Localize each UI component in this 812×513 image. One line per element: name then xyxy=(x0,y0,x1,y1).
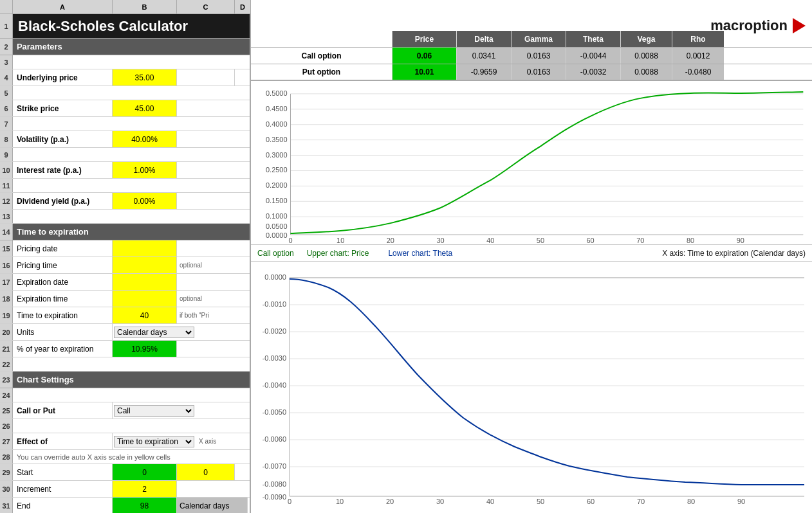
put-rho-value: -0.0480 xyxy=(672,64,724,80)
strike-price-value[interactable]: 45.00 xyxy=(113,100,177,116)
lower-chart: 0.0000 -0.0010 -0.0020 -0.0030 -0.0040 -… xyxy=(251,262,812,512)
end-units: Calendar days xyxy=(177,498,248,513)
svg-text:-0.0080: -0.0080 xyxy=(263,480,286,488)
put-vega-value: 0.0088 xyxy=(621,64,672,80)
svg-text:0.2500: 0.2500 xyxy=(266,166,287,174)
units-dropdown[interactable]: Calendar days Trading days Years xyxy=(113,324,196,340)
pricing-time-optional: optional xyxy=(177,257,219,273)
volatility-label: Volatility (p.a.) xyxy=(13,131,113,147)
row-26-num: 26 xyxy=(0,419,13,433)
start-label: Start xyxy=(13,464,113,480)
svg-text:80: 80 xyxy=(687,237,694,244)
expiration-date-value[interactable] xyxy=(113,274,177,290)
row-1-num: 1 xyxy=(0,14,13,38)
svg-text:-0.0030: -0.0030 xyxy=(263,354,286,362)
pricing-time-value[interactable] xyxy=(113,257,177,273)
units-select[interactable]: Calendar days Trading days Years xyxy=(114,327,194,338)
row-8-num: 8 xyxy=(0,131,13,147)
underlying-price-label: Underlying price xyxy=(13,69,113,86)
call-or-put-label: Call or Put xyxy=(13,402,113,419)
row-23: 23 Chart Settings xyxy=(0,372,250,388)
row-25: 25 Call or Put Call Put xyxy=(0,402,250,419)
row-31: 31 End 98 Calendar days xyxy=(0,498,250,513)
expiration-time-label: Expiration time xyxy=(13,291,113,307)
call-rho-value: 0.0012 xyxy=(672,48,724,64)
row-11: 11 xyxy=(0,179,250,193)
row-18: 18 Expiration time optional xyxy=(0,291,250,307)
pct-year-value: 10.95% xyxy=(113,341,177,357)
time-to-exp-value[interactable]: 40 xyxy=(113,307,177,323)
put-delta-value: -0.9659 xyxy=(457,64,512,80)
app-title: Black-Scholes Calculator xyxy=(18,18,188,35)
left-panel: 1 Black-Scholes Calculator 2 Parameters … xyxy=(0,14,251,513)
x-axis-chart-label: X axis: Time to expiration (Calendar day… xyxy=(662,249,806,258)
call-theta-value: -0.0044 xyxy=(566,48,621,64)
row-15-num: 15 xyxy=(0,240,13,256)
row-31-num: 31 xyxy=(0,498,13,513)
svg-text:-0.0060: -0.0060 xyxy=(263,435,286,443)
theta-header: Theta xyxy=(566,31,621,47)
increment-value[interactable]: 2 xyxy=(113,481,177,497)
effect-of-select[interactable]: Time to expiration Underlying price Vola… xyxy=(114,436,194,447)
svg-text:0.1500: 0.1500 xyxy=(266,197,287,204)
call-or-put-dropdown[interactable]: Call Put xyxy=(113,402,196,419)
volatility-value[interactable]: 40.00% xyxy=(113,131,177,147)
dividend-yield-value[interactable]: 0.00% xyxy=(113,193,177,209)
row-5: 5 xyxy=(0,86,250,100)
effect-of-dropdown[interactable]: Time to expiration Underlying price Vola… xyxy=(113,433,196,449)
call-vega-value: 0.0088 xyxy=(621,48,672,64)
underlying-price-value[interactable]: 35.00 xyxy=(113,69,177,86)
time-to-exp-header: Time to expiration xyxy=(13,224,250,240)
x-axis-note: X axis xyxy=(196,433,232,449)
svg-text:80: 80 xyxy=(687,498,695,505)
end-value: 98 xyxy=(113,498,177,513)
call-or-put-select[interactable]: Call Put xyxy=(114,405,194,417)
start-value2[interactable]: 0 xyxy=(177,464,235,480)
expiration-date-label: Expiration date xyxy=(13,274,113,290)
svg-text:-0.0090: -0.0090 xyxy=(263,493,286,501)
col-b-header: B xyxy=(113,0,177,14)
row-22: 22 xyxy=(0,357,250,372)
gamma-header: Gamma xyxy=(512,31,566,47)
row-17: 17 Expiration date xyxy=(0,274,250,291)
strike-price-label: Strike price xyxy=(13,100,113,116)
put-gamma-value: 0.0163 xyxy=(512,64,566,80)
col-c-header: C xyxy=(177,0,235,14)
interest-rate-label: Interest rate (p.a.) xyxy=(13,162,113,178)
row-4-d xyxy=(177,69,235,86)
increment-label: Increment xyxy=(13,481,113,497)
svg-text:-0.0070: -0.0070 xyxy=(263,462,286,470)
row-2: 2 Parameters xyxy=(0,39,250,55)
title-cell: Black-Scholes Calculator xyxy=(13,14,250,38)
svg-text:90: 90 xyxy=(737,237,744,244)
units-label: Units xyxy=(13,324,113,340)
row-17-num: 17 xyxy=(0,274,13,290)
row-14: 14 Time to expiration xyxy=(0,224,250,240)
put-option-label: Put option xyxy=(251,64,392,80)
row-24-num: 24 xyxy=(0,388,13,402)
start-value: 0 xyxy=(113,464,177,480)
upper-chart-svg: 0.5000 0.4500 0.4000 0.3500 0.3000 0.250… xyxy=(251,81,812,244)
row-16-num: 16 xyxy=(0,257,13,273)
svg-text:0.3000: 0.3000 xyxy=(266,151,287,159)
row-5-num: 5 xyxy=(0,86,13,100)
row-20-num: 20 xyxy=(0,324,13,340)
svg-text:0.1000: 0.1000 xyxy=(266,212,287,220)
override-note: You can override auto X axis scale in ye… xyxy=(13,450,250,464)
row-21: 21 % of year to expiration 10.95% xyxy=(0,341,250,357)
row-22-num: 22 xyxy=(0,357,13,371)
put-price-value: 10.01 xyxy=(392,64,457,80)
row-1: 1 Black-Scholes Calculator xyxy=(0,14,250,39)
vega-header: Vega xyxy=(621,31,672,47)
svg-text:10: 10 xyxy=(337,237,344,244)
dividend-yield-label: Dividend yield (p.a.) xyxy=(13,193,113,209)
interest-rate-value[interactable]: 1.00% xyxy=(113,162,177,178)
expiration-time-value[interactable] xyxy=(113,291,177,307)
greeks-spacer xyxy=(251,31,392,47)
call-option-label: Call option xyxy=(251,48,392,64)
row-27: 27 Effect of Time to expiration Underlyi… xyxy=(0,433,250,450)
pricing-date-value[interactable] xyxy=(113,240,177,256)
upper-chart: 0.5000 0.4500 0.4000 0.3500 0.3000 0.250… xyxy=(251,81,812,245)
row-16: 16 Pricing time optional xyxy=(0,257,250,274)
delta-header: Delta xyxy=(457,31,512,47)
